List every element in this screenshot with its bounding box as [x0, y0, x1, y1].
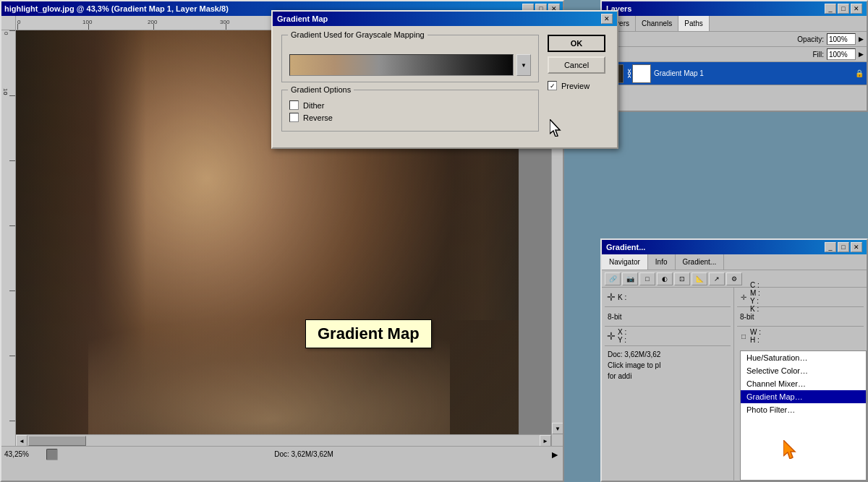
gradient-preview-container: ▼ — [289, 54, 531, 76]
dither-label: Dither — [303, 101, 324, 110]
info-maximize[interactable]: □ — [838, 242, 849, 252]
preview-checkbox[interactable]: ✓ — [548, 81, 557, 90]
paths-close[interactable]: ✕ — [851, 4, 862, 14]
opacity-label: Opacity: — [797, 35, 824, 43]
info-tool-circle[interactable]: ◐ — [657, 272, 673, 285]
info-close[interactable]: ✕ — [851, 242, 862, 252]
tab-gradient[interactable]: Gradient... — [676, 254, 725, 270]
preview-row: ✓ Preview — [548, 81, 608, 90]
tab-info[interactable]: Info — [648, 254, 676, 270]
divider-3 — [605, 345, 731, 346]
y-label: Y : — [618, 336, 626, 344]
info-tabs: Navigator Info Gradient... — [602, 254, 867, 270]
scroll-thumb-h[interactable] — [28, 436, 86, 446]
status-icon — [46, 449, 58, 460]
bitdepth-row-right: 8-bit — [737, 310, 864, 323]
ruler-tick-200: 200 — [148, 19, 157, 25]
gradient-preview-swatch[interactable] — [289, 54, 514, 76]
cursor-icon-left: ✛ — [605, 291, 618, 304]
scroll-right-button[interactable]: ► — [540, 435, 551, 447]
dialog-close-button[interactable]: ✕ — [601, 14, 613, 24]
opacity-row: Opacity: ▶ — [602, 32, 867, 47]
paths-title-bar: Layers _ □ ✕ — [602, 1, 867, 16]
chain-link-icon: ⛓ — [626, 68, 629, 79]
gradient-group-label: Gradient Used for Grayscale Mapping — [288, 30, 427, 39]
opacity-input[interactable] — [827, 33, 856, 45]
layer-item-gradient-map[interactable]: ⛓ Gradient Map 1 🔒 — [602, 62, 867, 85]
c-label: C : — [750, 281, 760, 289]
ruler-corner — [1, 16, 16, 30]
paths-maximize[interactable]: □ — [838, 4, 849, 14]
gradient-dropdown-button[interactable]: ▼ — [516, 54, 531, 76]
paths-minimize[interactable]: _ — [825, 4, 836, 14]
layer-mask-thumbnail — [632, 64, 651, 83]
dialog-content: Gradient Used for Grayscale Mapping ▼ Gr… — [273, 26, 617, 147]
xy-values: X : Y : — [618, 328, 626, 344]
cursor-icon-right: ✛ — [737, 291, 750, 304]
adjustment-item-gradient-map[interactable]: Gradient Map… — [741, 390, 866, 403]
layer-name: Gradient Map 1 — [654, 69, 852, 77]
crosshair-icon: ✛ — [605, 330, 618, 343]
adjustment-item-selective-color[interactable]: Selective Color… — [741, 364, 866, 377]
tab-paths[interactable]: Paths — [678, 16, 710, 31]
click-msg: Click image to pl — [605, 360, 731, 371]
scroll-down-button[interactable]: ▼ — [552, 423, 563, 434]
tab-navigator[interactable]: Navigator — [602, 254, 648, 270]
info-tool-arrow[interactable]: ↗ — [709, 272, 725, 285]
m-label: M : — [750, 289, 760, 297]
info-tool-camera[interactable]: 📷 — [622, 272, 638, 285]
fill-row: Fill: ▶ — [602, 47, 867, 62]
reverse-label: Reverse — [303, 113, 333, 122]
info-toolbar: 🔗 📷 □ ◐ ⊡ 📐 ↗ ⚙ — [602, 270, 867, 288]
paths-window-controls: _ □ ✕ — [825, 4, 862, 14]
fill-label: Fill: — [812, 51, 824, 59]
dither-checkbox[interactable] — [289, 100, 299, 110]
cmyk-values: C : M : Y : K : — [750, 281, 760, 313]
bitdepth-left: 8-bit — [605, 313, 731, 321]
info-panel-title: Gradient... — [606, 243, 645, 251]
reverse-checkbox[interactable] — [289, 113, 299, 122]
info-tool-box1[interactable]: □ — [639, 272, 655, 285]
gradient-map-tooltip: Gradient Map — [305, 319, 432, 348]
dialog-left-section: Gradient Used for Grayscale Mapping ▼ Gr… — [281, 35, 539, 139]
wh-values: W : H : — [750, 328, 761, 344]
gradient-options-group: Gradient Options Dither Reverse — [281, 90, 539, 132]
main-window-title: highlight_glow.jpg @ 43,3% (Gradient Map… — [4, 4, 229, 13]
divider-right-2 — [737, 326, 864, 327]
layers-channels-paths-panel: Layers _ □ ✕ Layers Channels Paths Opaci… — [600, 0, 868, 112]
tab-channels[interactable]: Channels — [636, 16, 678, 31]
navigator-info-panel: Gradient... _ □ ✕ Navigator Info Gradien… — [600, 238, 868, 482]
info-tool-measure[interactable]: 📐 — [692, 272, 707, 285]
x-label: X : — [618, 328, 626, 336]
horizontal-scrollbar[interactable]: ◄ ► — [16, 434, 551, 446]
zoom-level: 43,25% — [4, 450, 41, 458]
lock-icon: 🔒 — [855, 69, 864, 77]
fill-arrow[interactable]: ▶ — [859, 51, 864, 58]
adjustment-menu-list: Hue/Saturation… Selective Color… Channel… — [740, 350, 867, 481]
opacity-arrow[interactable]: ▶ — [859, 35, 864, 43]
divider-2 — [605, 326, 731, 327]
info-tool-link[interactable]: 🔗 — [605, 272, 621, 285]
ok-button[interactable]: OK — [548, 35, 605, 52]
info-tool-settings[interactable]: ⚙ — [726, 272, 742, 285]
wh-icon: □ — [737, 330, 750, 343]
wh-row: □ W : H : — [737, 330, 864, 343]
status-arrow-right[interactable]: ► — [550, 449, 560, 460]
adjustment-item-hue-saturation[interactable]: Hue/Saturation… — [741, 351, 866, 364]
status-bar: 43,25% Doc: 3,62M/3,62M ► — [1, 446, 563, 462]
bitdepth-row-left: 8-bit — [605, 310, 731, 323]
doc-info: Doc: 3,62M/3,62M — [64, 450, 544, 458]
info-window-controls: _ □ ✕ — [825, 242, 862, 252]
adjustment-item-channel-mixer[interactable]: Channel Mixer… — [741, 377, 866, 390]
info-minimize[interactable]: _ — [825, 242, 836, 252]
gradient-options-label: Gradient Options — [288, 85, 354, 94]
cancel-button[interactable]: Cancel — [548, 56, 605, 74]
xy-row: ✛ X : Y : — [605, 330, 731, 343]
w-label: W : — [750, 328, 761, 336]
fill-input[interactable] — [827, 48, 856, 60]
adjustment-item-photo-filter[interactable]: Photo Filter… — [741, 403, 866, 416]
dialog-title-bar: Gradient Map ✕ — [273, 12, 617, 26]
scroll-left-button[interactable]: ◄ — [16, 435, 27, 447]
dialog-title: Gradient Map — [277, 14, 328, 23]
info-tool-box2[interactable]: ⊡ — [674, 272, 690, 285]
